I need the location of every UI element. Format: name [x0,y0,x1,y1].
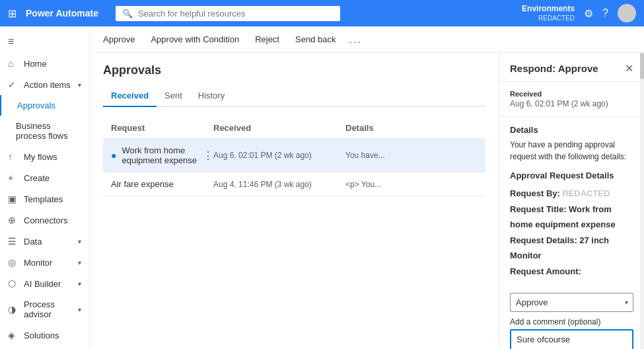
chevron-down-icon: ▾ [78,81,81,89]
approve-button[interactable]: Approve [100,32,137,47]
create-icon: + [8,173,18,183]
sidebar-item-connectors[interactable]: ⊕ Connectors [0,210,89,231]
reject-button[interactable]: Reject [252,32,282,47]
respond-panel: Respond: Approve ✕ Received Aug 6, 02:01… [499,53,644,349]
details-title: Details [510,125,633,135]
approvals-section: Approvals Received Sent History Request … [90,53,499,349]
env-label: Environments [522,4,575,15]
response-dropdown[interactable]: ApproveReject [510,293,633,312]
check-circle-icon: ● [111,150,116,161]
sidebar-item-process-advisor[interactable]: ◑ Process advisor ▾ [0,294,89,325]
approve-condition-button[interactable]: Approve with Condition [148,32,242,47]
panel-received-section: Received Aug 6, 02:01 PM (2 wk ago) [499,82,644,117]
search-icon: 🔍 [122,9,133,19]
sidebar-item-monitor[interactable]: ◎ Monitor ▾ [0,252,89,273]
content-area: Approve Approve with Condition Reject Se… [90,26,644,349]
sidebar-item-data[interactable]: ☰ Data ▾ [0,231,89,252]
ai-builder-icon: ⬡ [8,278,18,289]
tab-history[interactable]: History [190,85,233,107]
main-layout: ≡ ⌂ Home ✓ Action items ▾ Approvals Busi… [0,26,644,349]
top-nav: ⊞ Power Automate 🔍 Environments REDACTED… [0,0,644,26]
sidebar-collapse-button[interactable]: ≡ [0,30,89,53]
page-content: Approvals Received Sent History Request … [90,53,644,349]
sidebar-item-my-flows[interactable]: ↑ My flows [0,146,89,167]
environment-selector[interactable]: Environments REDACTED [522,4,575,23]
search-bar[interactable]: 🔍 [116,6,340,21]
sidebar-item-learn[interactable]: ? Learn [0,346,89,349]
request-details-field: Request Details: 27 inch Monitor [510,233,633,264]
sidebar-item-home[interactable]: ⌂ Home [0,53,89,74]
scrollbar-track [640,53,644,349]
my-flows-icon: ↑ [8,151,18,162]
row-request-cell: Air fare expense [111,179,213,189]
sidebar-item-templates[interactable]: ▣ Templates [0,188,89,210]
panel-details-section: Details Your have a pending approval req… [499,117,644,288]
more-actions-icon[interactable]: ... [349,34,361,46]
approvals-tabs: Received Sent History [103,85,485,107]
ai-chevron-icon: ▾ [78,280,81,288]
home-icon: ⌂ [8,58,18,69]
waffle-icon[interactable]: ⊞ [8,7,17,20]
close-icon[interactable]: ✕ [625,62,633,75]
panel-header: Respond: Approve ✕ [499,53,644,82]
page-title: Approvals [103,63,485,77]
sidebar-item-ai-builder[interactable]: ⬡ AI Builder ▾ [0,273,89,294]
sidebar-item-create[interactable]: + Create [0,167,89,188]
row-request-cell: ● Work from home equipment expense ⋮ [111,145,213,165]
table-row[interactable]: Air fare expense Aug 4, 11:46 PM (3 wk a… [103,173,485,196]
app-logo: Power Automate [26,8,98,19]
panel-title: Respond: Approve [510,63,598,74]
request-amount-field: Request Amount: [510,264,633,280]
action-bar: Approve Approve with Condition Reject Se… [90,26,644,53]
details-text: Your have a pending approval request wit… [510,139,633,163]
connectors-icon: ⊕ [8,215,18,225]
received-label: Received [510,90,633,98]
avatar[interactable] [618,4,636,22]
col-request: Request [111,123,213,133]
process-advisor-icon: ◑ [8,304,18,315]
comment-label: Add a comment (optional) [510,317,633,327]
sidebar-item-business-process-flows[interactable]: Business process flows [0,116,89,146]
request-by-field: Request By: REDACTED [510,186,633,202]
data-chevron-icon: ▾ [78,238,81,245]
panel-dropdown-section: ApproveReject ▾ [499,288,644,312]
tab-received[interactable]: Received [103,85,157,107]
sidebar-item-solutions[interactable]: ◈ Solutions [0,325,89,346]
table-row[interactable]: ● Work from home equipment expense ⋮ Aug… [103,139,485,173]
monitor-icon: ◎ [8,257,18,268]
panel-comment-section: Add a comment (optional) Sure ofcourse [499,312,644,349]
approval-request-title: Approval Request Details [510,171,633,180]
response-dropdown-wrapper: ApproveReject ▾ [510,293,633,312]
action-items-icon: ✓ [8,79,18,90]
env-name: REDACTED [522,14,575,22]
request-title-field: Request Title: Work from home equipment … [510,202,633,233]
col-received: Received [213,123,345,133]
monitor-chevron-icon: ▾ [78,259,81,266]
received-value: Aug 6, 02:01 PM (2 wk ago) [510,99,633,108]
sidebar-item-action-items[interactable]: ✓ Action items ▾ [0,74,89,95]
process-chevron-icon: ▾ [78,306,81,313]
sidebar: ≡ ⌂ Home ✓ Action items ▾ Approvals Busi… [0,26,90,349]
scrollbar-thumb[interactable] [640,53,644,79]
data-icon: ☰ [8,236,18,247]
sidebar-item-approvals[interactable]: Approvals [0,95,89,116]
col-details: Details [345,123,478,133]
comment-input[interactable]: Sure ofcourse [510,329,633,349]
templates-icon: ▣ [8,194,18,204]
table-header: Request Received Details [103,118,485,139]
tab-sent[interactable]: Sent [157,85,190,107]
nav-right: Environments REDACTED ⚙ ? [522,4,636,23]
gear-icon[interactable]: ⚙ [584,7,593,20]
row-more-icon[interactable]: ⋮ [203,149,213,162]
help-icon[interactable]: ? [602,7,608,19]
send-back-button[interactable]: Send back [293,32,338,47]
search-input[interactable] [138,9,334,19]
solutions-icon: ◈ [8,330,18,340]
